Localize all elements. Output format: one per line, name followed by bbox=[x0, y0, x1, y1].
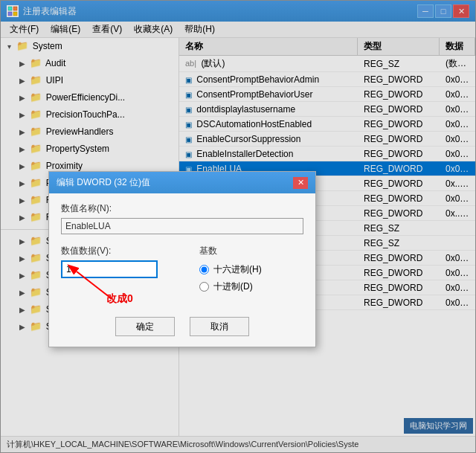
dialog-title-bar: 编辑 DWORD (32 位)值 ✕ bbox=[49, 172, 315, 193]
dec-radio[interactable] bbox=[199, 282, 209, 292]
ok-button[interactable]: 确定 bbox=[115, 317, 175, 336]
data-label: 数值数据(V): bbox=[61, 245, 187, 257]
hex-option[interactable]: 十六进制(H) bbox=[199, 263, 303, 276]
name-input bbox=[61, 218, 303, 234]
value-base-row: 数值数据(V): 基数 十六进制(H) 十进制(D) bbox=[61, 245, 303, 293]
value-input[interactable] bbox=[61, 260, 158, 278]
dialog-footer: 确定 取消 bbox=[49, 311, 315, 347]
dec-option[interactable]: 十进制(D) bbox=[199, 280, 303, 293]
dialog-close-button[interactable]: ✕ bbox=[293, 177, 308, 189]
dec-label: 十进制(D) bbox=[213, 280, 253, 293]
dialog-overlay: 编辑 DWORD (32 位)值 ✕ 数值名称(N): 数值数据(V): 基数 bbox=[0, 0, 476, 453]
cancel-button[interactable]: 取消 bbox=[190, 317, 249, 336]
base-label: 基数 bbox=[199, 245, 303, 257]
base-section: 基数 十六进制(H) 十进制(D) bbox=[199, 245, 303, 293]
base-group: 十六进制(H) 十进制(D) bbox=[199, 260, 303, 293]
value-section: 数值数据(V): bbox=[61, 245, 187, 293]
value-input-wrap bbox=[61, 260, 187, 278]
dialog-body: 数值名称(N): 数值数据(V): 基数 十六进制(H) bbox=[49, 193, 315, 311]
hex-label: 十六进制(H) bbox=[213, 263, 262, 276]
name-label: 数值名称(N): bbox=[61, 202, 303, 215]
dialog-title-text: 编辑 DWORD (32 位)值 bbox=[57, 176, 150, 189]
hex-radio[interactable] bbox=[199, 265, 209, 274]
edit-dword-dialog: 编辑 DWORD (32 位)值 ✕ 数值名称(N): 数值数据(V): 基数 bbox=[48, 171, 316, 347]
